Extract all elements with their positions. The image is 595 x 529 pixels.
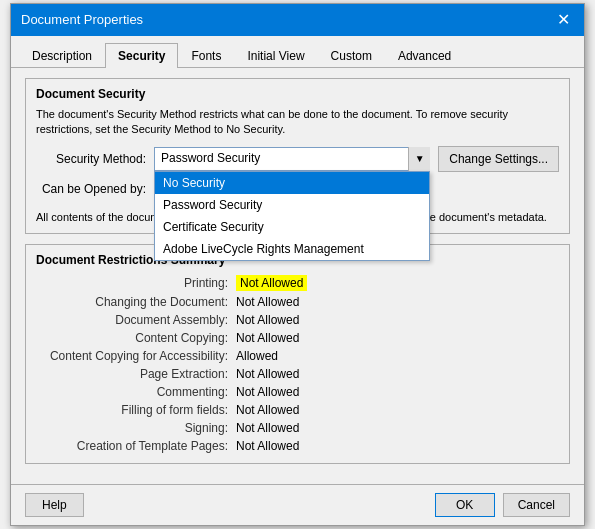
document-properties-dialog: Document Properties ✕ Description Securi… [10, 3, 585, 526]
restriction-value-badge: Not Allowed [236, 275, 307, 291]
tab-fonts[interactable]: Fonts [178, 43, 234, 68]
document-security-section: Document Security The document's Securit… [25, 78, 570, 234]
tab-security[interactable]: Security [105, 43, 178, 68]
dialog-footer: Help OK Cancel [11, 484, 584, 525]
restriction-value: Not Allowed [236, 403, 299, 417]
dropdown-item-no-security[interactable]: No Security [155, 172, 429, 194]
table-row: Changing the Document: Not Allowed [36, 293, 559, 311]
table-row: Commenting: Not Allowed [36, 383, 559, 401]
restriction-label: Filling of form fields: [36, 403, 236, 417]
dropdown-item-certificate[interactable]: Certificate Security [155, 216, 429, 238]
document-restrictions-section: Document Restrictions Summary Printing: … [25, 244, 570, 464]
restriction-value: Not Allowed [236, 421, 299, 435]
dropdown-selected-value: Password Security [161, 151, 260, 165]
security-method-dropdown-wrapper: Password Security ▼ No Security Password… [154, 147, 430, 171]
restriction-value: Not Allowed [236, 331, 299, 345]
ok-button[interactable]: OK [435, 493, 495, 517]
title-bar: Document Properties ✕ [11, 4, 584, 36]
can-be-opened-label: Can be Opened by: [36, 182, 146, 196]
restriction-label: Changing the Document: [36, 295, 236, 309]
table-row: Signing: Not Allowed [36, 419, 559, 437]
restriction-label: Content Copying for Accessibility: [36, 349, 236, 363]
security-method-row: Security Method: Password Security ▼ No … [36, 146, 559, 172]
restriction-label: Signing: [36, 421, 236, 435]
restriction-value: Not Allowed [236, 295, 299, 309]
footer-right-buttons: OK Cancel [435, 493, 570, 517]
dialog-title: Document Properties [21, 12, 143, 27]
restriction-value: Not Allowed [236, 367, 299, 381]
security-dropdown-popup: No Security Password Security Certificat… [154, 171, 430, 261]
document-security-title: Document Security [36, 87, 559, 101]
security-method-label: Security Method: [36, 152, 146, 166]
tab-advanced[interactable]: Advanced [385, 43, 464, 68]
restriction-label: Document Assembly: [36, 313, 236, 327]
table-row: Filling of form fields: Not Allowed [36, 401, 559, 419]
restriction-label: Content Copying: [36, 331, 236, 345]
table-row: Page Extraction: Not Allowed [36, 365, 559, 383]
table-row: Content Copying for Accessibility: Allow… [36, 347, 559, 365]
cancel-button[interactable]: Cancel [503, 493, 570, 517]
restriction-label: Page Extraction: [36, 367, 236, 381]
table-row: Printing: Not Allowed [36, 273, 559, 293]
change-settings-button[interactable]: Change Settings... [438, 146, 559, 172]
restriction-value: Not Allowed [236, 385, 299, 399]
tabs-bar: Description Security Fonts Initial View … [11, 36, 584, 68]
table-row: Content Copying: Not Allowed [36, 329, 559, 347]
tab-content: Document Security The document's Securit… [11, 68, 584, 484]
restriction-label: Printing: [36, 276, 236, 290]
close-button[interactable]: ✕ [553, 12, 574, 28]
table-row: Creation of Template Pages: Not Allowed [36, 437, 559, 455]
dropdown-item-password[interactable]: Password Security [155, 194, 429, 216]
restriction-label: Commenting: [36, 385, 236, 399]
restriction-value: Allowed [236, 349, 278, 363]
security-method-dropdown-display[interactable]: Password Security [154, 147, 430, 171]
restriction-label: Creation of Template Pages: [36, 439, 236, 453]
dropdown-item-livecycle[interactable]: Adobe LiveCycle Rights Management [155, 238, 429, 260]
tab-initial-view[interactable]: Initial View [234, 43, 317, 68]
security-description: The document's Security Method restricts… [36, 107, 559, 138]
restriction-value: Not Allowed [236, 439, 299, 453]
table-row: Document Assembly: Not Allowed [36, 311, 559, 329]
tab-custom[interactable]: Custom [318, 43, 385, 68]
tab-description[interactable]: Description [19, 43, 105, 68]
help-button[interactable]: Help [25, 493, 84, 517]
restriction-value: Not Allowed [236, 313, 299, 327]
